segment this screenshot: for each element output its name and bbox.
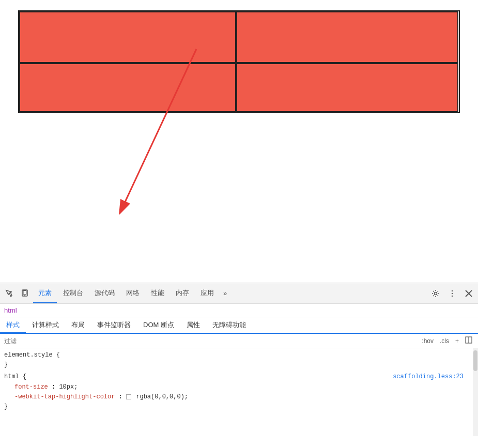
breadcrumb-html[interactable]: html bbox=[4, 306, 17, 314]
grid-layout bbox=[18, 10, 460, 113]
devtools-panel: 元素 控制台 源代码 网络 性能 内存 应用 » bbox=[0, 283, 478, 448]
subtab-properties[interactable]: 属性 bbox=[180, 318, 206, 333]
close-icon[interactable] bbox=[461, 286, 476, 301]
subtab-computed[interactable]: 计算样式 bbox=[26, 318, 65, 333]
subtab-dom-breakpoints[interactable]: DOM 断点 bbox=[137, 318, 180, 333]
tab-more[interactable]: » bbox=[220, 289, 230, 297]
tab-elements[interactable]: 元素 bbox=[33, 283, 57, 303]
main-content bbox=[0, 0, 478, 283]
settings-icon[interactable] bbox=[428, 286, 443, 301]
toolbar-right bbox=[428, 286, 476, 301]
color-swatch bbox=[126, 394, 131, 399]
hov-button[interactable]: :hov bbox=[420, 337, 435, 345]
css-source-scaffolding[interactable]: scaffolding.less:23 bbox=[393, 372, 464, 382]
inspect-icon[interactable] bbox=[2, 286, 17, 301]
subtab-accessibility[interactable]: 无障碍功能 bbox=[206, 318, 252, 333]
svg-point-4 bbox=[24, 295, 25, 296]
devtools-subtabs: 样式 计算样式 布局 事件监听器 DOM 断点 属性 无障碍功能 bbox=[0, 317, 478, 334]
css-value-webkit-tap: rgba(0,0,0,0); bbox=[136, 393, 188, 400]
tab-memory[interactable]: 内存 bbox=[171, 283, 194, 303]
svg-point-8 bbox=[452, 295, 453, 296]
grid-cell-1 bbox=[19, 11, 236, 63]
css-property-webkit-tap: -webkit-tap-highlight-color bbox=[14, 393, 115, 400]
cls-button[interactable]: .cls bbox=[438, 337, 451, 345]
subtab-styles[interactable]: 样式 bbox=[0, 318, 26, 333]
filter-input[interactable] bbox=[4, 337, 420, 345]
css-selector-html: html { bbox=[4, 373, 26, 380]
tab-console[interactable]: 控制台 bbox=[58, 283, 88, 303]
svg-rect-3 bbox=[23, 290, 26, 294]
style-rule-element: element.style { } bbox=[4, 350, 474, 370]
tab-sources[interactable]: 源代码 bbox=[89, 283, 120, 303]
svg-point-7 bbox=[452, 292, 453, 293]
add-style-button[interactable]: + bbox=[454, 337, 460, 345]
css-property-font-size: font-size bbox=[14, 383, 48, 391]
filter-bar: :hov .cls + bbox=[0, 334, 478, 348]
css-rule-close-1: } bbox=[4, 361, 8, 368]
styles-content: element.style { } html { scaffolding.les… bbox=[0, 348, 478, 436]
grid-cell-3 bbox=[19, 63, 236, 112]
scrollbar-thumb bbox=[473, 350, 477, 371]
svg-point-6 bbox=[452, 290, 453, 291]
tab-network[interactable]: 网络 bbox=[121, 283, 145, 303]
grid-cell-4 bbox=[236, 63, 458, 112]
svg-point-5 bbox=[435, 292, 437, 295]
devtools-toolbar: 元素 控制台 源代码 网络 性能 内存 应用 » bbox=[0, 283, 478, 304]
css-rule-close-2: } bbox=[4, 403, 8, 410]
subtab-event-listeners[interactable]: 事件监听器 bbox=[91, 318, 137, 333]
filter-actions: :hov .cls + bbox=[420, 336, 474, 346]
css-value-font-size: 10px; bbox=[59, 383, 78, 391]
device-icon[interactable] bbox=[18, 286, 32, 301]
more-options-icon[interactable] bbox=[445, 286, 459, 301]
style-rule-html: html { scaffolding.less:23 font-size : 1… bbox=[4, 372, 474, 412]
tab-application[interactable]: 应用 bbox=[195, 283, 219, 303]
subtab-layout[interactable]: 布局 bbox=[65, 318, 91, 333]
css-selector-element: element.style { bbox=[4, 351, 60, 359]
tab-performance[interactable]: 性能 bbox=[146, 283, 169, 303]
layout-icon[interactable] bbox=[464, 336, 474, 346]
grid-cell-2 bbox=[236, 11, 458, 63]
breadcrumb-bar: html bbox=[0, 304, 478, 317]
